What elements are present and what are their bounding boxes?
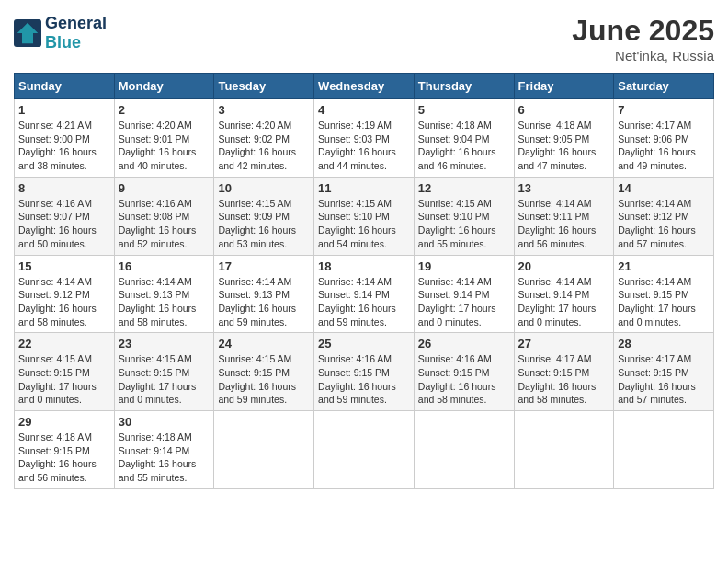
day-number: 26 — [418, 337, 510, 350]
day-info: Sunrise: 4:16 AMSunset: 9:15 PMDaylight:… — [318, 352, 410, 407]
day-cell: 29 Sunrise: 4:18 AMSunset: 9:15 PMDaylig… — [15, 411, 115, 489]
day-info: Sunrise: 4:15 AMSunset: 9:15 PMDaylight:… — [18, 352, 110, 407]
logo-icon — [14, 19, 41, 47]
day-info: Sunrise: 4:16 AMSunset: 9:07 PMDaylight:… — [18, 197, 110, 251]
day-number: 14 — [618, 181, 710, 195]
day-cell: 21 Sunrise: 4:14 AMSunset: 9:15 PMDaylig… — [614, 255, 714, 333]
day-number: 1 — [18, 103, 110, 117]
day-number: 30 — [119, 415, 210, 429]
day-number: 7 — [618, 103, 710, 117]
day-cell: 26 Sunrise: 4:16 AMSunset: 9:15 PMDaylig… — [414, 333, 514, 411]
col-header-saturday: Saturday — [614, 74, 714, 99]
day-number: 10 — [218, 181, 310, 195]
day-cell: 13 Sunrise: 4:14 AMSunset: 9:11 PMDaylig… — [514, 177, 614, 255]
day-info: Sunrise: 4:18 AMSunset: 9:14 PMDaylight:… — [119, 431, 210, 485]
day-cell: 30 Sunrise: 4:18 AMSunset: 9:14 PMDaylig… — [114, 411, 214, 489]
day-info: Sunrise: 4:20 AMSunset: 9:02 PMDaylight:… — [218, 119, 310, 173]
day-info: Sunrise: 4:15 AMSunset: 9:09 PMDaylight:… — [218, 197, 310, 251]
col-header-tuesday: Tuesday — [214, 74, 314, 99]
day-number: 9 — [119, 181, 210, 195]
location: Net'inka, Russia — [572, 48, 714, 63]
day-cell: 11 Sunrise: 4:15 AMSunset: 9:10 PMDaylig… — [314, 177, 415, 255]
day-cell: 7 Sunrise: 4:17 AMSunset: 9:06 PMDayligh… — [614, 99, 714, 178]
day-number: 5 — [418, 103, 510, 117]
day-info: Sunrise: 4:18 AMSunset: 9:05 PMDaylight:… — [518, 119, 610, 173]
day-number: 16 — [119, 259, 210, 273]
day-cell: 2 Sunrise: 4:20 AMSunset: 9:01 PMDayligh… — [114, 99, 214, 178]
day-cell: 14 Sunrise: 4:14 AMSunset: 9:12 PMDaylig… — [614, 177, 714, 255]
day-cell: 1 Sunrise: 4:21 AMSunset: 9:00 PMDayligh… — [15, 99, 115, 178]
title-block: June 2025 Net'inka, Russia — [572, 14, 714, 63]
day-cell: 20 Sunrise: 4:14 AMSunset: 9:14 PMDaylig… — [514, 255, 614, 333]
col-header-monday: Monday — [114, 74, 214, 99]
day-number: 21 — [618, 259, 710, 273]
day-info: Sunrise: 4:17 AMSunset: 9:15 PMDaylight:… — [518, 352, 610, 407]
day-cell: 27 Sunrise: 4:17 AMSunset: 9:15 PMDaylig… — [514, 333, 614, 411]
day-info: Sunrise: 4:14 AMSunset: 9:12 PMDaylight:… — [618, 197, 710, 251]
col-header-friday: Friday — [514, 74, 614, 99]
day-number: 3 — [218, 103, 310, 117]
day-info: Sunrise: 4:21 AMSunset: 9:00 PMDaylight:… — [18, 119, 110, 173]
day-cell: 23 Sunrise: 4:15 AMSunset: 9:15 PMDaylig… — [114, 333, 214, 411]
day-info: Sunrise: 4:14 AMSunset: 9:11 PMDaylight:… — [518, 197, 610, 251]
day-cell — [314, 411, 415, 489]
day-cell: 5 Sunrise: 4:18 AMSunset: 9:04 PMDayligh… — [414, 99, 514, 178]
day-number: 6 — [518, 103, 610, 117]
day-cell — [414, 411, 514, 489]
day-info: Sunrise: 4:15 AMSunset: 9:15 PMDaylight:… — [218, 352, 310, 407]
day-cell: 28 Sunrise: 4:17 AMSunset: 9:15 PMDaylig… — [614, 333, 714, 411]
day-info: Sunrise: 4:17 AMSunset: 9:06 PMDaylight:… — [618, 119, 710, 173]
day-cell: 16 Sunrise: 4:14 AMSunset: 9:13 PMDaylig… — [114, 255, 214, 333]
day-number: 4 — [318, 103, 410, 117]
day-cell: 12 Sunrise: 4:15 AMSunset: 9:10 PMDaylig… — [414, 177, 514, 255]
month-year: June 2025 — [572, 14, 714, 48]
day-number: 19 — [418, 259, 510, 273]
day-info: Sunrise: 4:18 AMSunset: 9:04 PMDaylight:… — [418, 119, 510, 173]
day-number: 15 — [18, 259, 110, 273]
day-number: 11 — [318, 181, 410, 195]
day-cell: 9 Sunrise: 4:16 AMSunset: 9:08 PMDayligh… — [114, 177, 214, 255]
calendar-table: SundayMondayTuesdayWednesdayThursdayFrid… — [14, 73, 714, 489]
day-number: 23 — [119, 337, 210, 350]
page-header: General Blue June 2025 Net'inka, Russia — [14, 14, 714, 63]
day-cell: 17 Sunrise: 4:14 AMSunset: 9:13 PMDaylig… — [214, 255, 314, 333]
day-cell: 3 Sunrise: 4:20 AMSunset: 9:02 PMDayligh… — [214, 99, 314, 178]
day-cell: 6 Sunrise: 4:18 AMSunset: 9:05 PMDayligh… — [514, 99, 614, 178]
day-info: Sunrise: 4:14 AMSunset: 9:14 PMDaylight:… — [418, 275, 510, 329]
day-number: 22 — [18, 337, 110, 350]
day-number: 25 — [318, 337, 410, 350]
day-info: Sunrise: 4:16 AMSunset: 9:15 PMDaylight:… — [418, 352, 510, 407]
day-cell — [214, 411, 314, 489]
day-info: Sunrise: 4:14 AMSunset: 9:13 PMDaylight:… — [218, 275, 310, 329]
day-info: Sunrise: 4:16 AMSunset: 9:08 PMDaylight:… — [119, 197, 210, 251]
day-number: 2 — [119, 103, 210, 117]
day-number: 12 — [418, 181, 510, 195]
day-info: Sunrise: 4:14 AMSunset: 9:12 PMDaylight:… — [18, 275, 110, 329]
day-info: Sunrise: 4:18 AMSunset: 9:15 PMDaylight:… — [18, 431, 110, 485]
col-header-thursday: Thursday — [414, 74, 514, 99]
day-info: Sunrise: 4:15 AMSunset: 9:10 PMDaylight:… — [418, 197, 510, 251]
logo-text: General Blue — [45, 14, 107, 52]
day-info: Sunrise: 4:15 AMSunset: 9:10 PMDaylight:… — [318, 197, 410, 251]
day-cell: 24 Sunrise: 4:15 AMSunset: 9:15 PMDaylig… — [214, 333, 314, 411]
day-number: 24 — [218, 337, 310, 350]
day-number: 29 — [18, 415, 110, 429]
week-row-3: 15 Sunrise: 4:14 AMSunset: 9:12 PMDaylig… — [15, 255, 714, 333]
day-cell — [614, 411, 714, 489]
day-info: Sunrise: 4:19 AMSunset: 9:03 PMDaylight:… — [318, 119, 410, 173]
day-cell — [514, 411, 614, 489]
logo: General Blue — [14, 14, 107, 52]
day-number: 28 — [618, 337, 710, 350]
week-row-5: 29 Sunrise: 4:18 AMSunset: 9:15 PMDaylig… — [15, 411, 714, 489]
day-number: 20 — [518, 259, 610, 273]
day-info: Sunrise: 4:14 AMSunset: 9:14 PMDaylight:… — [318, 275, 410, 329]
day-info: Sunrise: 4:14 AMSunset: 9:15 PMDaylight:… — [618, 275, 710, 329]
day-cell: 15 Sunrise: 4:14 AMSunset: 9:12 PMDaylig… — [15, 255, 115, 333]
day-cell: 18 Sunrise: 4:14 AMSunset: 9:14 PMDaylig… — [314, 255, 415, 333]
col-header-wednesday: Wednesday — [314, 74, 415, 99]
day-number: 27 — [518, 337, 610, 350]
day-cell: 4 Sunrise: 4:19 AMSunset: 9:03 PMDayligh… — [314, 99, 415, 178]
day-cell: 8 Sunrise: 4:16 AMSunset: 9:07 PMDayligh… — [15, 177, 115, 255]
week-row-1: 1 Sunrise: 4:21 AMSunset: 9:00 PMDayligh… — [15, 99, 714, 178]
week-row-2: 8 Sunrise: 4:16 AMSunset: 9:07 PMDayligh… — [15, 177, 714, 255]
